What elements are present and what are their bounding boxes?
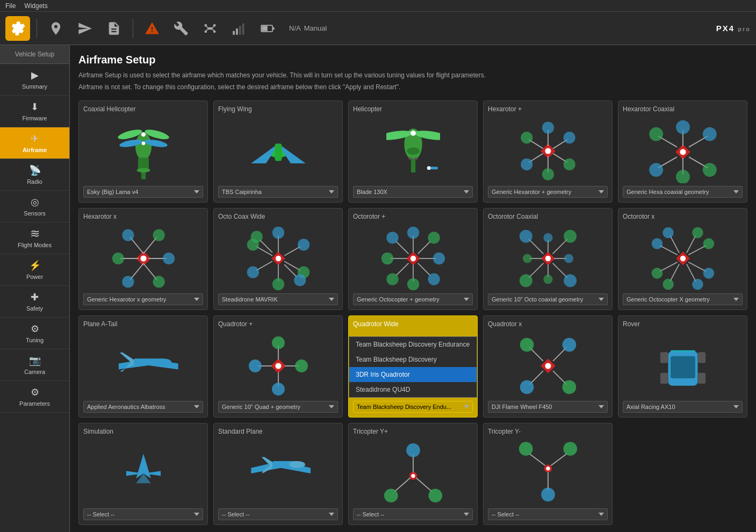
cell-title-hexarotor-x: Hexarotor x <box>83 213 203 220</box>
cell-title-hexarotor-plus: Hexarotor + <box>488 105 608 113</box>
select-hexarotor-x[interactable]: Generic Hexarotor x geometry <box>83 293 203 305</box>
select-coaxial[interactable]: Esky (Big) Lama v4 <box>83 186 203 198</box>
sidebar-item-sensors[interactable]: ◎ Sensors <box>0 191 69 222</box>
sidebar-item-summary[interactable]: ▶ Summary <box>0 64 69 96</box>
select-tricopter-y-plus[interactable]: -- Select -- <box>353 508 473 520</box>
airframe-cell-plane-atail[interactable]: Plane A-Tail <box>78 315 208 418</box>
select-flying-wing[interactable]: TBS Caipirinha <box>218 186 338 198</box>
sidebar-item-flight-modes[interactable]: ≋ Flight Modes <box>0 222 69 254</box>
signal-toolbar-icon[interactable] <box>227 16 251 41</box>
svg-point-94 <box>298 239 309 250</box>
cell-title-helicopter: Helicopter <box>353 105 473 113</box>
sidebar-item-camera[interactable]: 📷 Camera <box>0 349 69 381</box>
airframe-cell-simulation[interactable]: Simulation -- Select -- <box>78 423 208 525</box>
airframe-cell-octorotor-x[interactable]: Octorotor x <box>618 208 747 310</box>
menu-file[interactable]: File <box>5 2 16 10</box>
airframe-cell-hexarotor-x[interactable]: Hexarotor x <box>78 208 208 310</box>
select-quadrotor-x[interactable]: DJI Flame Wheel F450 <box>488 401 608 413</box>
svg-point-48 <box>542 168 553 180</box>
select-octorotor-coaxial[interactable]: Generic 10" Octo coaxial geometry <box>488 293 608 305</box>
svg-point-65 <box>649 163 663 177</box>
svg-rect-191 <box>660 352 668 363</box>
visual-coaxial <box>83 116 203 186</box>
airframe-cell-hexarotor-coaxial[interactable]: Hexarotor Coaxial <box>618 100 747 203</box>
sidebar-item-safety[interactable]: ✚ Safety <box>0 286 69 318</box>
select-rover[interactable]: Axial Racing AX10 <box>623 401 743 413</box>
select-octorotor-x[interactable]: Generic Octocopter X geometry <box>623 293 743 305</box>
airframe-cell-hexarotor-plus[interactable]: Hexarotor + <box>483 100 613 203</box>
airframe-cell-octo-coax-wide[interactable]: Octo Coax Wide <box>213 208 343 310</box>
svg-line-107 <box>396 263 408 276</box>
select-quadrotor-wide[interactable]: Team Blacksheep Discovery Endu... <box>353 401 473 413</box>
visual-quadrotor-plus <box>218 331 338 401</box>
doc-toolbar-icon[interactable] <box>102 16 126 41</box>
airframe-cell-quadrotor-x[interactable]: Quadrotor x <box>483 315 613 418</box>
cell-title-rover: Rover <box>623 320 743 328</box>
page-title: Airframe Setup <box>78 54 747 66</box>
sidebar-label-firmware: Firmware <box>23 115 47 121</box>
dropdown-item-tbs-endurance[interactable]: Team Blacksheep Discovery Endurance <box>349 337 477 352</box>
sidebar: Vehicle Setup ▶ Summary ⬇ Firmware ✈ Air… <box>0 45 70 532</box>
visual-octorotor-coaxial <box>488 224 608 293</box>
select-tricopter-y-minus[interactable]: -- Select -- <box>488 508 608 520</box>
select-octo-coax-wide[interactable]: Steadidrone MAVRIK <box>218 293 338 305</box>
select-quadrotor-plus[interactable]: Generic 10" Quad + geometry <box>218 401 338 413</box>
dropdown-item-tbs-discovery[interactable]: Team Blacksheep Discovery <box>349 352 477 367</box>
svg-point-95 <box>247 267 258 278</box>
sidebar-item-airframe[interactable]: ✈ Airframe <box>0 127 69 159</box>
settings-toolbar-icon[interactable] <box>5 16 30 41</box>
drone-toolbar-icon[interactable] <box>198 16 222 41</box>
svg-line-108 <box>417 263 430 276</box>
wrench-toolbar-icon[interactable] <box>169 16 193 41</box>
select-standard-plane[interactable]: -- Select -- <box>218 508 338 520</box>
dropdown-item-3dr-iris[interactable]: 3DR Iris Quadrotor <box>349 367 477 382</box>
cell-title-octorotor-coaxial: Octorotor Coaxial <box>488 213 608 220</box>
svg-point-62 <box>676 170 690 183</box>
sidebar-item-parameters[interactable]: ⚙ Parameters <box>0 381 69 413</box>
svg-point-98 <box>294 274 306 286</box>
airframe-cell-tricopter-y-minus[interactable]: Tricopter Y- -- Select -- <box>483 423 613 525</box>
select-simulation[interactable]: -- Select -- <box>83 508 203 520</box>
send-toolbar-icon[interactable] <box>73 16 97 41</box>
select-plane-atail[interactable]: Applied Aeronautics Albatross <box>83 401 203 413</box>
svg-line-71 <box>130 263 143 279</box>
svg-point-212 <box>384 488 398 502</box>
sidebar-item-tuning[interactable]: ⚙ Tuning <box>0 318 69 349</box>
sidebar-label-airframe: Airframe <box>23 147 47 153</box>
map-toolbar-icon[interactable] <box>44 16 68 41</box>
airframe-cell-standard-plane[interactable]: Standard Plane -- Select -- <box>213 423 343 525</box>
sidebar-label-sensors: Sensors <box>24 210 45 217</box>
airframe-cell-flying-wing[interactable]: Flying Wing TBS Caipirinha <box>213 100 343 203</box>
svg-line-105 <box>396 241 408 254</box>
select-octorotor-plus[interactable]: Generic Octocopter + geometry <box>353 293 473 305</box>
airframe-cell-octorotor-plus[interactable]: Octorotor + <box>348 208 478 310</box>
sidebar-item-radio[interactable]: 📡 Radio <box>0 159 69 191</box>
airframe-cell-rover[interactable]: Rover Axial <box>618 315 747 418</box>
sidebar-item-firmware[interactable]: ⬇ Firmware <box>0 96 69 127</box>
airframe-cell-quadrotor-plus[interactable]: Quadrotor + <box>213 315 343 418</box>
svg-point-54 <box>680 149 686 155</box>
svg-line-122 <box>552 263 567 278</box>
airframe-cell-quadrotor-wide[interactable]: Quadrotor Wide <box>348 315 478 418</box>
airframe-cell-tricopter-y-plus[interactable]: Tricopter Y+ -- Select -- <box>348 423 478 525</box>
menu-widgets[interactable]: Widgets <box>24 2 47 10</box>
sidebar-item-power[interactable]: ⚡ Power <box>0 254 69 286</box>
airframe-cell-helicopter[interactable]: Helicopter <box>348 100 478 203</box>
select-hexarotor-coaxial[interactable]: Generic Hexa coaxial geometry <box>623 186 743 198</box>
svg-point-115 <box>386 273 398 285</box>
dropdown-item-steadidrone[interactable]: Steadidrone QU4D <box>349 382 477 397</box>
svg-line-210 <box>416 478 431 492</box>
svg-point-23 <box>141 142 145 146</box>
select-hexarotor-plus[interactable]: Generic Hexarotor + geometry <box>488 186 608 198</box>
svg-point-151 <box>651 268 663 279</box>
svg-point-146 <box>692 227 703 239</box>
airframe-cell-octorotor-coaxial[interactable]: Octorotor Coaxial <box>483 208 613 310</box>
visual-tricopter-y-minus <box>488 438 608 508</box>
select-helicopter[interactable]: Blade 130X <box>353 186 473 198</box>
svg-line-89 <box>260 240 272 253</box>
warning-toolbar-icon[interactable] <box>140 16 164 41</box>
battery-toolbar-icon[interactable] <box>256 16 280 41</box>
px4-logo: PX4 pro <box>716 24 751 33</box>
svg-point-92 <box>272 278 284 290</box>
airframe-cell-coaxial-helicopter[interactable]: Coaxial Helicopter <box>78 100 208 203</box>
